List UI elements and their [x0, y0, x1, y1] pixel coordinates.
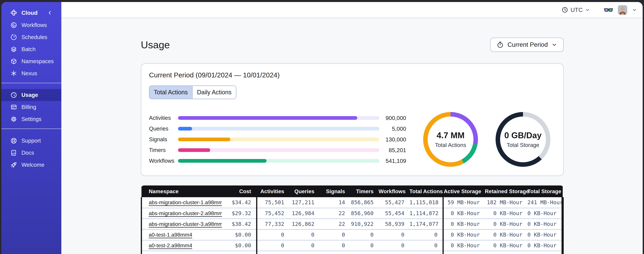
chevron-down-icon [585, 7, 590, 12]
sidebar-item-usage[interactable]: Usage [1, 89, 61, 101]
sidebar-item-label: Welcome [22, 162, 44, 168]
sidebar-item-welcome[interactable]: Welcome [1, 159, 61, 171]
bar-track [178, 127, 379, 130]
table-cell: 0 [320, 229, 350, 240]
stopwatch-icon [497, 41, 504, 48]
table-cell: 1,174,077 [410, 219, 443, 229]
table-row: a0-test-1.a98mm4$0.000000000 KB-Hour0 KB… [142, 229, 563, 240]
namespace-link[interactable]: bk-worker-test.a98mm4 [149, 253, 205, 254]
sidebar-item-label: Docs [22, 150, 34, 156]
sidebar-item-workflows[interactable]: Workflows [1, 19, 61, 31]
table-cell: 0 [289, 229, 320, 240]
table-cell: 0 KB-Hour [443, 208, 485, 219]
account-menu-chevron-icon[interactable] [632, 7, 637, 12]
table-cell: 55,454 [379, 208, 410, 219]
period-selector-label: Current Period [508, 41, 548, 48]
table-cell: 0 KB-Hour [485, 229, 528, 240]
table-cell: 0 [320, 240, 350, 251]
sidebar-item-billing[interactable]: Billing [1, 101, 61, 113]
cloud-logo-icon [10, 10, 17, 16]
sidebar-item-settings[interactable]: Settings [1, 113, 61, 125]
table-cell: 75,501 [257, 197, 289, 208]
namespace-link[interactable]: abs-migration-cluster-2.a98mm4 [149, 210, 222, 216]
period-selector-button[interactable]: Current Period [490, 38, 564, 52]
table-cell: 0 KB-Hour [485, 251, 528, 254]
sidebar-collapse-icon[interactable] [47, 10, 53, 16]
sidebar-item-label: Support [22, 138, 41, 144]
table-cell: 0 [257, 229, 289, 240]
table-cell: $0.00 [222, 240, 257, 251]
table-cell: 856,865 [350, 197, 379, 208]
chevron-down-icon [552, 42, 557, 48]
table-cell: 14 [320, 197, 350, 208]
namespace-link[interactable]: abs-migration-cluster-1.a98mm4 [149, 200, 222, 206]
schedules-icon [10, 34, 17, 40]
content-area: UTC [61, 2, 643, 254]
col-header-timers: Timers [350, 186, 379, 197]
support-icon [10, 138, 17, 144]
table-cell: 0 [257, 240, 289, 251]
namespace-link[interactable]: abs-migration-cluster-3.a98mm4 [149, 221, 222, 227]
table-cell: 22 [320, 208, 350, 219]
namespace-link[interactable]: a0-test-2.a98mm4 [149, 242, 192, 248]
sidebar-item-namespaces[interactable]: Namespaces [1, 55, 61, 67]
sidebar-item-batch[interactable]: Batch [1, 43, 61, 55]
namespace-cell: bk-worker-test.a98mm4 [142, 251, 222, 254]
sidebar-item-support[interactable]: Support [1, 135, 61, 147]
table-cell: $34.42 [222, 197, 257, 208]
tab-daily-actions[interactable]: Daily Actions [192, 86, 236, 99]
usage-icon [10, 92, 17, 98]
topbar: UTC [61, 2, 643, 18]
sidebar-item-docs[interactable]: Docs [1, 147, 61, 159]
donut-value: 0 GB/Day [504, 130, 542, 140]
col-header-namespace: Namespace [142, 186, 222, 197]
clock-icon [562, 6, 568, 13]
namespace-cell: abs-migration-cluster-1.a98mm4 [142, 197, 222, 208]
card-title: Current Period (09/01/2024 — 10/01/2024) [149, 71, 556, 79]
actions-tab-group: Total Actions Daily Actions [149, 86, 236, 99]
table-cell: 0 KB-Hour [485, 219, 528, 229]
usage-summary-card: Current Period (09/01/2024 — 10/01/2024)… [141, 63, 564, 176]
batch-icon [10, 46, 17, 52]
glasses-icon[interactable] [604, 5, 613, 14]
summary-donuts: 4.7 MMTotal Actions0 GB/DayTotal Storage [422, 111, 552, 168]
sidebar-header: Cloud [1, 6, 61, 19]
table-cell: 0 [350, 240, 379, 251]
bar-fill [178, 127, 192, 130]
bar-label: Signals [149, 136, 178, 142]
table-cell: 75,452 [257, 208, 289, 219]
sidebar-item-label: Billing [22, 104, 36, 110]
table-cell: 856,960 [350, 208, 379, 219]
sidebar-item-schedules[interactable]: Schedules [1, 31, 61, 43]
user-avatar[interactable] [618, 5, 627, 14]
table-cell: 0 [289, 251, 320, 254]
col-header-signals: Signals [320, 186, 350, 197]
donut-value: 4.7 MM [437, 130, 465, 140]
table-cell: 0 [289, 240, 320, 251]
settings-icon [10, 116, 17, 122]
sidebar-title: Cloud [22, 10, 38, 16]
table-cell: 126,862 [289, 219, 320, 229]
table-cell: 1,114,872 [410, 208, 443, 219]
timezone-label: UTC [570, 6, 583, 13]
table-cell: 0 [320, 251, 350, 254]
tab-total-actions[interactable]: Total Actions [150, 86, 192, 99]
namespace-link[interactable]: a0-test-1.a98mm4 [149, 232, 192, 238]
donut-label: Total Actions [435, 142, 466, 148]
timezone-selector[interactable]: UTC [562, 6, 590, 13]
col-header-total-actions: Total Actions [410, 186, 443, 197]
table-cell: 0 [350, 251, 379, 254]
table-cell: 77,332 [257, 219, 289, 229]
bar-row-activities: Activities900,000 [149, 112, 406, 123]
bar-label: Workflows [149, 158, 178, 164]
donut-label: Total Storage [507, 142, 539, 148]
bar-row-signals: Signals130,000 [149, 134, 406, 145]
namespace-cell: abs-migration-cluster-3.a98mm4 [142, 219, 222, 229]
bar-row-workflows: Workflows541,109 [149, 156, 406, 166]
workflows-icon [10, 22, 17, 28]
table-cell: 0 [350, 229, 379, 240]
donut-total-storage: 0 GB/DayTotal Storage [494, 111, 552, 168]
sidebar-item-nexus[interactable]: Nexus [1, 67, 61, 80]
sidebar-item-label: Batch [22, 46, 36, 52]
namespaces-icon [10, 58, 17, 65]
